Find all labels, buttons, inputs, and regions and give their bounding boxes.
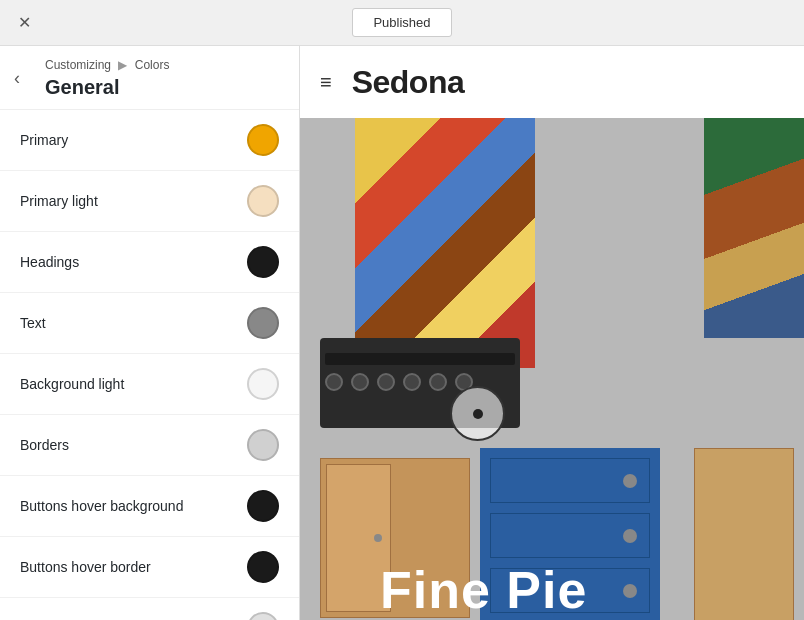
section-title: General	[45, 76, 284, 99]
sidebar-header: ‹ Customizing ▶ Colors General	[0, 46, 299, 110]
equipment-detail	[325, 353, 515, 365]
blue-drawer-knob-3	[623, 584, 637, 598]
site-title: Sedona	[352, 64, 465, 101]
main-content: ‹ Customizing ▶ Colors General PrimaryPr…	[0, 46, 804, 620]
color-swatch-buttons-hover-bg[interactable]	[247, 490, 279, 522]
top-bar: ✕ Published	[0, 0, 804, 46]
color-swatch-buttons-hover-text[interactable]	[247, 612, 279, 620]
equipment-knobs	[325, 373, 473, 391]
painting-left	[355, 118, 535, 368]
color-swatch-background-light[interactable]	[247, 368, 279, 400]
color-label-primary-light: Primary light	[20, 193, 98, 209]
artwork-right	[704, 118, 804, 338]
color-swatch-buttons-hover-border[interactable]	[247, 551, 279, 583]
color-row-primary-light[interactable]: Primary light	[0, 171, 299, 232]
breadcrumb-colors[interactable]: Colors	[135, 58, 170, 72]
breadcrumb-separator: ▶	[118, 58, 127, 72]
color-swatch-primary-light[interactable]	[247, 185, 279, 217]
color-row-buttons-hover-text[interactable]: Buttons hover text	[0, 598, 299, 620]
preview-header: ≡ Sedona	[300, 46, 804, 118]
knob-3	[377, 373, 395, 391]
blue-drawer-knob-2	[623, 529, 637, 543]
color-row-primary[interactable]: Primary	[0, 110, 299, 171]
color-label-text: Text	[20, 315, 46, 331]
furniture-area: 01 Fine Pie	[300, 448, 804, 620]
fine-text: Fine Pie	[380, 560, 587, 620]
color-label-headings: Headings	[20, 254, 79, 270]
color-row-background-light[interactable]: Background light	[0, 354, 299, 415]
painting-right	[704, 118, 804, 338]
preview-area: ≡ Sedona	[300, 46, 804, 620]
color-swatch-borders[interactable]	[247, 429, 279, 461]
blue-drawer-knob-1	[623, 474, 637, 488]
breadcrumb-customizing[interactable]: Customizing	[45, 58, 111, 72]
knob-4	[403, 373, 421, 391]
color-label-buttons-hover-bg: Buttons hover background	[20, 498, 183, 514]
blue-drawer-2	[490, 513, 650, 558]
color-list: PrimaryPrimary lightHeadingsTextBackgrou…	[0, 110, 299, 620]
artwork-left	[355, 118, 535, 368]
circle-dot	[473, 409, 483, 419]
breadcrumb: Customizing ▶ Colors	[45, 58, 284, 72]
sidebar: ‹ Customizing ▶ Colors General PrimaryPr…	[0, 46, 300, 620]
preview-background: 01 Fine Pie	[300, 118, 804, 620]
hamburger-icon: ≡	[320, 71, 332, 94]
published-button[interactable]: Published	[352, 8, 451, 37]
color-label-buttons-hover-border: Buttons hover border	[20, 559, 151, 575]
knob-1	[325, 373, 343, 391]
blue-drawer-1	[490, 458, 650, 503]
color-label-background-light: Background light	[20, 376, 124, 392]
close-button[interactable]: ✕	[10, 9, 39, 36]
knob-2	[351, 373, 369, 391]
color-swatch-headings[interactable]	[247, 246, 279, 278]
color-row-buttons-hover-border[interactable]: Buttons hover border	[0, 537, 299, 598]
color-swatch-text[interactable]	[247, 307, 279, 339]
back-button[interactable]: ‹	[10, 63, 24, 92]
color-row-borders[interactable]: Borders	[0, 415, 299, 476]
color-label-borders: Borders	[20, 437, 69, 453]
color-row-text[interactable]: Text	[0, 293, 299, 354]
color-row-headings[interactable]: Headings	[0, 232, 299, 293]
circle-indicator	[450, 386, 505, 441]
color-swatch-primary[interactable]	[247, 124, 279, 156]
cabinet-wood	[694, 448, 794, 620]
color-label-primary: Primary	[20, 132, 68, 148]
cabinet-knob-left	[374, 534, 382, 542]
knob-5	[429, 373, 447, 391]
color-row-buttons-hover-bg[interactable]: Buttons hover background	[0, 476, 299, 537]
